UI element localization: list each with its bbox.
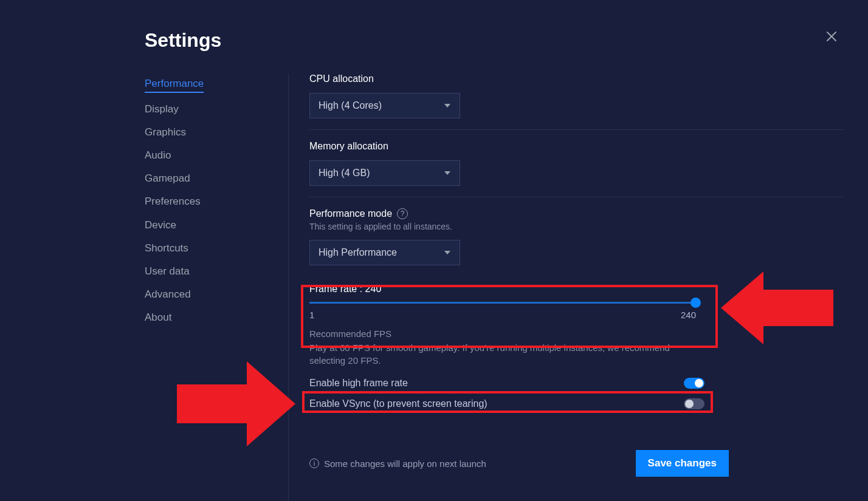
help-icon[interactable]: ? — [397, 208, 408, 219]
memory-allocation-select[interactable]: High (4 GB) — [309, 160, 460, 186]
frame-rate-slider[interactable] — [309, 302, 696, 304]
frame-rate-max: 240 — [681, 310, 696, 320]
frame-rate-label-prefix: Frame rate : — [309, 284, 365, 294]
memory-allocation-value: High (4 GB) — [319, 168, 370, 179]
sidebar: Performance Display Graphics Audio Gamep… — [0, 73, 289, 501]
performance-mode-value: High Performance — [319, 247, 397, 258]
info-icon: i — [309, 458, 319, 468]
cpu-allocation-select[interactable]: High (4 Cores) — [309, 93, 460, 118]
chevron-down-icon — [444, 102, 451, 109]
sidebar-item-performance[interactable]: Performance — [145, 77, 204, 93]
frame-rate-slider-thumb[interactable] — [691, 298, 701, 308]
sidebar-item-gamepad[interactable]: Gamepad — [145, 172, 190, 185]
sidebar-item-display[interactable]: Display — [145, 103, 179, 116]
enable-vsync-toggle[interactable] — [684, 398, 704, 409]
sidebar-item-shortcuts[interactable]: Shortcuts — [145, 242, 188, 255]
cpu-allocation-value: High (4 Cores) — [319, 100, 382, 111]
frame-rate-value: 240 — [365, 284, 382, 294]
sidebar-item-user-data[interactable]: User data — [145, 265, 190, 278]
footer-note-text: Some changes will apply on next launch — [324, 458, 486, 469]
cpu-allocation-label: CPU allocation — [309, 73, 844, 84]
sidebar-item-device[interactable]: Device — [145, 219, 176, 232]
save-changes-button[interactable]: Save changes — [636, 450, 729, 477]
frame-rate-min: 1 — [309, 310, 314, 320]
sidebar-item-about[interactable]: About — [145, 311, 171, 324]
recommended-fps-text: Play at 60 FPS for smooth gameplay. If y… — [309, 341, 698, 367]
performance-mode-label: Performance mode ? — [309, 208, 844, 219]
sidebar-item-advanced[interactable]: Advanced — [145, 288, 191, 301]
sidebar-item-preferences[interactable]: Preferences — [145, 195, 201, 208]
memory-allocation-label: Memory allocation — [309, 141, 844, 152]
page-title: Settings — [145, 29, 221, 52]
performance-mode-label-text: Performance mode — [309, 208, 392, 219]
recommended-fps-title: Recommended FPS — [309, 329, 844, 339]
sidebar-item-graphics[interactable]: Graphics — [145, 126, 186, 139]
enable-high-frame-rate-toggle[interactable] — [684, 378, 704, 389]
chevron-down-icon — [444, 169, 451, 177]
enable-vsync-label: Enable VSync (to prevent screen tearing) — [309, 398, 487, 409]
chevron-down-icon — [444, 249, 451, 256]
frame-rate-label: Frame rate : 240 — [309, 284, 844, 295]
sidebar-item-audio[interactable]: Audio — [145, 149, 171, 162]
performance-mode-select[interactable]: High Performance — [309, 240, 460, 265]
enable-high-frame-rate-label: Enable high frame rate — [309, 378, 408, 389]
close-button[interactable] — [824, 29, 839, 44]
performance-mode-sublabel: This setting is applied to all instances… — [309, 222, 844, 231]
close-icon — [824, 29, 839, 44]
footer-note: i Some changes will apply on next launch — [309, 458, 486, 469]
